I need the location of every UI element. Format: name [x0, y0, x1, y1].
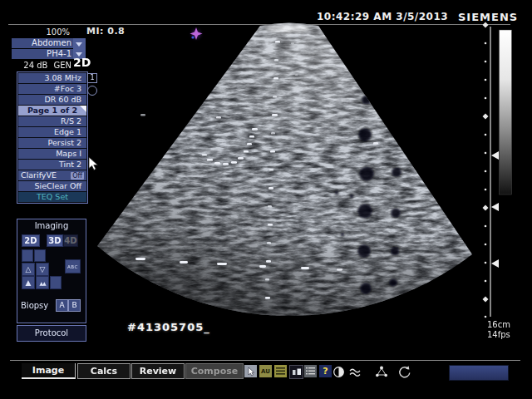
tab-review[interactable]: Review: [131, 363, 185, 379]
cine-marker-icon: [190, 27, 203, 40]
depth-framerate: 16cm 14fps: [487, 320, 510, 339]
imaging-option-button[interactable]: [34, 249, 46, 262]
map-value: GEN: [53, 61, 71, 70]
network-icon[interactable]: [374, 365, 389, 379]
tab-compose[interactable]: Compose: [185, 363, 244, 379]
clock-icon: [87, 86, 97, 96]
imaging-option-button[interactable]: [50, 276, 62, 289]
biopsy-b-button[interactable]: B: [68, 299, 81, 312]
protocol-button[interactable]: Protocol: [17, 325, 86, 342]
progress-bar: [449, 365, 509, 381]
image-annotation: #41305705_: [127, 321, 210, 333]
depth-ruler: [483, 22, 500, 318]
menu-item[interactable]: Edge 1: [18, 127, 86, 137]
dual-triangle-icon[interactable]: ▲▲: [36, 276, 49, 289]
imaging-2d-button[interactable]: 2D: [22, 234, 40, 247]
clarify-label: ClarifyVE: [21, 170, 57, 180]
bottombar-divider: [10, 360, 520, 361]
menu-item-focus[interactable]: #Foc 3: [18, 84, 86, 94]
grayscale-bar: [500, 30, 512, 195]
menu-item-frequency[interactable]: 3.08 MHz: [18, 73, 86, 83]
ultrasound-app-screen: 10:42:29 AM 3/5/2013 SIEMENS MI: 0.8: [0, 0, 532, 399]
menu-list-icon[interactable]: [274, 365, 287, 377]
focal-zone-markers: [491, 151, 499, 268]
imaging-panel: Imaging 2D 3D 4D △ ▽ ABC ▲ ▲▲ Biopsy A B: [17, 219, 86, 323]
mouse-cursor: [88, 156, 100, 171]
menu-item-sieclear[interactable]: SieClear Off: [18, 181, 86, 191]
exam-preset-button[interactable]: Abdomen: [12, 38, 76, 48]
mode-label: 2D: [73, 56, 91, 69]
menu-item[interactable]: Persist 2: [18, 138, 86, 148]
softkey-menu: 3.08 MHz #Foc 3 DR 60 dB Page 1 of 2 R/S…: [17, 71, 88, 204]
curve-icon[interactable]: [349, 367, 362, 378]
solid-triangle-icon[interactable]: ▲: [22, 276, 35, 289]
tab-image[interactable]: Image: [22, 363, 76, 379]
chevron-down-icon[interactable]: [76, 42, 82, 47]
transducer-button[interactable]: PH4-1: [12, 49, 76, 59]
tab-calcs[interactable]: Calcs: [77, 363, 131, 379]
menu-item[interactable]: R/S 2: [18, 116, 86, 126]
dual-screen-icon[interactable]: [289, 365, 303, 379]
gain-value: 24 dB: [23, 61, 47, 70]
edge-artifact: [140, 114, 145, 116]
menu-item-dynamic-range[interactable]: DR 60 dB: [18, 95, 86, 105]
page-button[interactable]: Page 1 of 2: [18, 106, 86, 116]
imaging-3d-button[interactable]: 3D: [47, 234, 63, 247]
angle-up-icon[interactable]: △: [22, 263, 35, 276]
biopsy-label: Biopsy: [21, 301, 48, 310]
imaging-4d-button[interactable]: 4D: [63, 234, 78, 247]
clarify-state-badge: Off: [71, 172, 84, 180]
help-icon[interactable]: ?: [319, 365, 332, 377]
menu-item-clarify[interactable]: ClarifyVE Off: [18, 170, 86, 180]
pointer-icon[interactable]: [244, 365, 257, 377]
zoom-level: 100%: [12, 27, 70, 37]
contrast-icon[interactable]: [332, 366, 345, 378]
annotation-au-icon[interactable]: AU: [259, 365, 272, 377]
angle-down-icon[interactable]: ▽: [36, 263, 49, 276]
framerate-value: 14fps: [487, 330, 510, 340]
menu-item[interactable]: Tint 2: [18, 160, 86, 170]
biopsy-a-button[interactable]: A: [56, 299, 68, 312]
gain-map-row: 24 dB GEN: [8, 61, 71, 70]
imaging-title: Imaging: [17, 221, 86, 230]
refresh-icon[interactable]: [397, 365, 412, 379]
menu-item[interactable]: Maps I: [18, 149, 86, 159]
image-number-indicator: 1: [87, 73, 97, 83]
depth-value: 16cm: [487, 320, 510, 330]
menu-item-teq[interactable]: TEQ Set: [18, 192, 86, 202]
annotate-icon[interactable]: ABC: [65, 259, 81, 273]
imaging-option-button[interactable]: [22, 249, 33, 262]
report-list-icon[interactable]: [304, 365, 317, 377]
